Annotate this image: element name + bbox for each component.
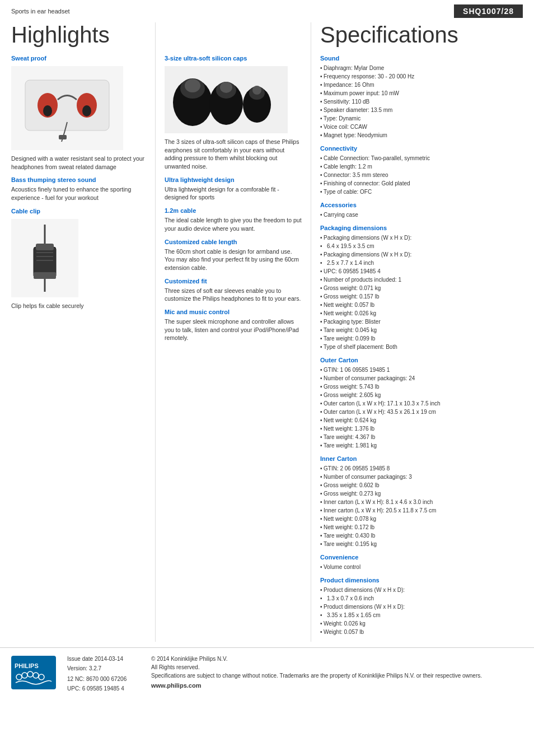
- spec-item: GTIN: 2 06 09585 19485 8: [320, 464, 523, 473]
- packaging-dims-section: Packaging dimensions Packaging dimension…: [320, 225, 523, 351]
- spec-item: Weight: 0.026 kg: [320, 619, 523, 628]
- svg-rect-9: [34, 272, 56, 279]
- spec-item: Impedance: 16 Ohm: [320, 81, 523, 89]
- cable-clip-text: Clip helps fix cable securely: [11, 302, 146, 310]
- left-highlights-col: Highlights Sweat proof: [0, 22, 156, 642]
- philips-logo: PHILIPS: [11, 656, 56, 689]
- spec-item: Inner carton (L x W x H): 8.1 x 4.6 x 3.…: [320, 498, 523, 506]
- spec-item: Nett weight: 1.376 lb: [320, 424, 523, 433]
- custom-cable-section: Customized cable length The 60cm short c…: [165, 239, 303, 272]
- silicon-caps-image: [165, 66, 288, 133]
- spec-item: Product dimensions (W x H x D):: [320, 586, 523, 594]
- accessories-section: Accessories Carrying case: [320, 202, 523, 219]
- spec-item: Nett weight: 0.624 kg: [320, 416, 523, 424]
- spec-item: Gross weight: 0.273 kg: [320, 489, 523, 498]
- clip-illustration: [17, 219, 73, 297]
- version-label: Version:: [67, 665, 89, 671]
- issue-date: Issue date 2014-03-14: [67, 656, 134, 662]
- specs-col: Specifications Sound Diaphragm: Mylar Do…: [311, 22, 534, 642]
- spec-item: UPC: 6 09585 19485 4: [320, 267, 523, 276]
- mic-label: Mic and music control: [165, 309, 303, 315]
- sound-items: Diaphragm: Mylar Dome Frequency response…: [320, 64, 523, 139]
- svg-point-15: [185, 79, 200, 92]
- spec-item: Carrying case: [320, 211, 523, 219]
- spec-item: Sensitivity: 110 dB: [320, 97, 523, 106]
- spec-item: Packaging dimensions (W x H x D):: [320, 250, 523, 259]
- footer-meta: Issue date 2014-03-14 Version: 3.2.7 12 …: [67, 656, 134, 695]
- connectivity-items: Cable Connection: Two-parallel, symmetri…: [320, 154, 523, 196]
- spec-item: Type of shelf placement: Both: [320, 343, 523, 351]
- sweat-proof-text: Designed with a water resistant seal to …: [11, 155, 146, 171]
- nc-upc: 12 NC: 8670 000 67206: [67, 676, 134, 682]
- inner-carton-title: Inner Carton: [320, 455, 523, 463]
- silicon-caps-section: 3-size ultra-soft silicon caps: [165, 55, 303, 171]
- spec-item: Type: Dynamic: [320, 114, 523, 123]
- convenience-title: Convenience: [320, 554, 523, 561]
- lightweight-section: Ultra lightweight design Ultra lightweig…: [165, 176, 303, 202]
- sweat-proof-label: Sweat proof: [11, 55, 146, 62]
- rights: All Rights reserved.: [151, 664, 523, 670]
- spec-item: Packaging type: Blister: [320, 318, 523, 326]
- svg-point-18: [220, 82, 232, 93]
- spec-item: Gross weight: 2.605 kg: [320, 391, 523, 399]
- bass-label: Bass thumping stereo sound: [11, 176, 146, 183]
- issue-date-label: Issue date: [67, 656, 95, 662]
- spec-item: Cable length: 1.2 m: [320, 162, 523, 171]
- upc-value: 6 09585 19485 4: [82, 685, 124, 692]
- version-value: 3.2.7: [89, 665, 101, 671]
- website: www.philips.com: [151, 682, 523, 689]
- spec-item: Inner carton (L x W x H): 20.5 x 11.8 x …: [320, 506, 523, 515]
- spec-item: Gross weight: 0.157 lb: [320, 292, 523, 301]
- lightweight-label: Ultra lightweight design: [165, 176, 303, 183]
- spec-item: Diaphragm: Mylar Dome: [320, 64, 523, 72]
- spec-item: Maximum power input: 10 mW: [320, 89, 523, 97]
- spec-item: Volume control: [320, 563, 523, 571]
- spec-item: GTIN: 1 06 09585 19485 1: [320, 366, 523, 374]
- nc-value: 8670 000 67206: [86, 676, 127, 682]
- inner-carton-section: Inner Carton GTIN: 2 06 09585 19485 8 Nu…: [320, 455, 523, 548]
- copyright: © 2014 Koninklijke Philips N.V.: [151, 656, 523, 662]
- custom-fit-label: Customized fit: [165, 278, 303, 284]
- specs-title: Specifications: [320, 22, 523, 47]
- spec-item: Tare weight: 0.045 kg: [320, 326, 523, 334]
- main-layout: Highlights Sweat proof: [0, 20, 534, 642]
- cable-12-text: The ideal cable length to give you the f…: [165, 216, 303, 232]
- product-dims-title: Product dimensions: [320, 577, 523, 584]
- inner-carton-items: GTIN: 2 06 09585 19485 8 Number of consu…: [320, 464, 523, 548]
- cable-clip-label: Cable clip: [11, 208, 146, 214]
- spec-item: 3.35 x 1.85 x 1.65 cm: [320, 611, 523, 619]
- svg-text:PHILIPS: PHILIPS: [15, 662, 39, 669]
- spec-item: Weight: 0.057 lb: [320, 628, 523, 636]
- spec-item: Number of consumer packagings: 24: [320, 374, 523, 382]
- caps-illustration: [165, 69, 288, 130]
- silicon-caps-label: 3-size ultra-soft silicon caps: [165, 55, 303, 62]
- outer-carton-section: Outer Carton GTIN: 1 06 09585 19485 1 Nu…: [320, 357, 523, 450]
- product-category: Sports in ear headset: [11, 8, 70, 15]
- spec-item: Tare weight: 0.099 lb: [320, 334, 523, 343]
- spec-item: Tare weight: 0.430 lb: [320, 531, 523, 540]
- mic-section: Mic and music control The super sleek mi…: [165, 309, 303, 342]
- spec-item: Finishing of connector: Gold plated: [320, 179, 523, 188]
- spec-item: Number of products included: 1: [320, 276, 523, 284]
- page-footer: PHILIPS Issue date 2014-03-14 Version: 3…: [0, 647, 534, 703]
- lightweight-text: Ultra lightweight design for a comforabl…: [165, 185, 303, 202]
- page-wrapper: Sports in ear headset SHQ1007/28 Highlig…: [0, 0, 534, 756]
- headset-illustration: [14, 69, 120, 147]
- spec-item: Speaker diameter: 13.5 mm: [320, 106, 523, 114]
- svg-point-4: [43, 105, 52, 116]
- spec-item: 2.5 x 7.7 x 1.4 inch: [320, 259, 523, 267]
- spec-item: Nett weight: 0.172 lb: [320, 523, 523, 531]
- svg-rect-3: [59, 135, 67, 139]
- product-dims-section: Product dimensions Product dimensions (W…: [320, 577, 523, 636]
- svg-point-5: [82, 105, 91, 116]
- middle-highlights-col: 3-size ultra-soft silicon caps: [156, 22, 311, 642]
- spec-item: 1.3 x 0.7 x 0.6 inch: [320, 594, 523, 603]
- convenience-section: Convenience Volume control: [320, 554, 523, 571]
- clip-image: [11, 219, 78, 297]
- spec-item: Outer carton (L x W x H): 43.5 x 26.1 x …: [320, 408, 523, 416]
- outer-carton-title: Outer Carton: [320, 357, 523, 364]
- spec-item: Cable Connection: Two-parallel, symmetri…: [320, 154, 523, 162]
- spec-item: Outer carton (L x W x H): 17.1 x 10.3 x …: [320, 399, 523, 408]
- spec-item: Product dimensions (W x H x D):: [320, 603, 523, 611]
- svg-rect-8: [36, 244, 54, 250]
